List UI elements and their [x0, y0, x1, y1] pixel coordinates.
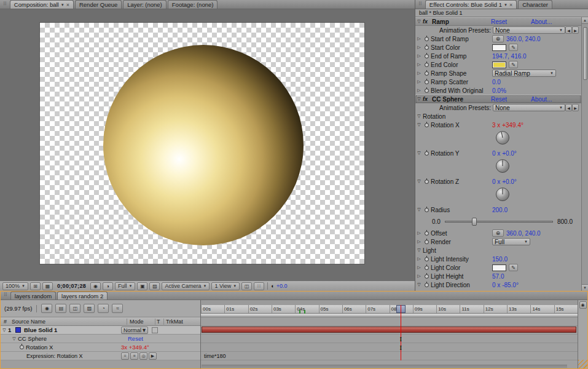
tab-render-queue[interactable]: Render Queue	[75, 0, 122, 9]
property-value[interactable]: 360.0, 240.0	[506, 230, 541, 237]
rotation-dial[interactable]	[495, 130, 510, 145]
tab-effect-controls[interactable]: Effect Controls: Blue Solid 1 ▼ ×	[425, 0, 517, 9]
exposure-value[interactable]: +0.0	[276, 283, 288, 289]
reset-link[interactable]: Reset	[128, 335, 143, 342]
stopwatch-icon[interactable]	[423, 151, 431, 156]
collapse-icon[interactable]: ▽	[415, 248, 423, 253]
keyframe-marker[interactable]	[304, 310, 305, 314]
expand-icon[interactable]: ▷	[415, 88, 423, 93]
animation-presets-select[interactable]: None ▼	[493, 104, 565, 111]
roi-button[interactable]: ▣	[137, 282, 147, 290]
collapse-icon[interactable]: ▽	[415, 122, 423, 127]
timeline-track-area[interactable]: 00s01s02s03s04s05s06s07s08s09s10s11s12s1…	[201, 300, 578, 368]
motion-blur-button[interactable]: ◔	[98, 304, 109, 313]
stopwatch-icon[interactable]	[423, 80, 431, 84]
radius-slider[interactable]	[445, 221, 553, 223]
expand-icon[interactable]: ▷	[415, 256, 423, 261]
tab-footage[interactable]: Footage: (none)	[168, 0, 218, 9]
close-icon[interactable]: ×	[509, 2, 512, 8]
blend-mode-select[interactable]: Normal ▼	[121, 327, 148, 334]
rotation-track-row[interactable]	[201, 343, 578, 352]
vertical-scrollbar[interactable]: ▲ ▼	[581, 17, 588, 291]
property-value[interactable]: 57.0	[492, 273, 504, 280]
color-swatch[interactable]	[492, 44, 506, 51]
show-channel-button[interactable]: ◑	[103, 282, 113, 290]
animation-presets-select[interactable]: None ▼	[493, 26, 565, 34]
eyedropper-button[interactable]: ✎	[509, 61, 518, 68]
panel-grip-icon[interactable]: ⠿	[1, 1, 9, 8]
stopwatch-icon[interactable]	[423, 180, 431, 184]
panel-menu-icon[interactable]: ▼	[61, 3, 65, 7]
scrollbar-thumb[interactable]	[583, 27, 587, 80]
layer-name[interactable]: Blue Solid 1	[24, 327, 121, 333]
collapse-icon[interactable]: ▽	[10, 336, 18, 341]
eyedropper-button[interactable]: ✎	[509, 264, 518, 271]
stopwatch-icon[interactable]	[18, 345, 26, 349]
grid-button[interactable]: ▦	[42, 282, 53, 290]
stopwatch-icon[interactable]	[423, 283, 431, 287]
collapse-icon[interactable]: ▽	[415, 114, 423, 119]
mask-visibility-button[interactable]: ◫	[241, 282, 252, 290]
collapse-icon[interactable]: ▽	[415, 179, 423, 184]
horizontal-scrollbar[interactable]	[202, 365, 567, 368]
draft-3d-button[interactable]: ▤	[55, 304, 66, 313]
shy-layers-button[interactable]: ◫	[69, 304, 80, 313]
expand-icon[interactable]: ▷	[415, 71, 423, 76]
expand-icon[interactable]: ▷	[415, 54, 423, 58]
stopwatch-icon[interactable]	[423, 240, 431, 244]
stopwatch-icon[interactable]	[423, 208, 431, 212]
expand-icon[interactable]: ▷	[415, 62, 423, 67]
group-row-light[interactable]: ▽ Light	[415, 246, 581, 255]
current-time-indicator-line[interactable]	[401, 305, 401, 360]
layer-bar-row[interactable]	[201, 326, 578, 335]
collapse-icon[interactable]: ▽	[415, 282, 423, 287]
tab-character[interactable]: Character	[518, 0, 552, 9]
previous-preset-button[interactable]: ◀	[565, 104, 572, 111]
property-value[interactable]: 0.0%	[492, 87, 506, 94]
expression-track-row[interactable]: time*180	[201, 352, 578, 360]
effect-name[interactable]: CC Sphere	[18, 335, 128, 342]
reset-link[interactable]: Reset	[491, 18, 531, 25]
property-value[interactable]: 194.7, 416.0	[492, 53, 527, 60]
stopwatch-icon[interactable]	[423, 231, 431, 236]
stopwatch-icon[interactable]	[423, 257, 431, 261]
preserve-transparency-toggle[interactable]	[152, 327, 158, 333]
layer-row[interactable]: ▽ 1 Blue Solid 1 Normal ▼	[1, 326, 200, 335]
stopwatch-icon[interactable]	[423, 46, 431, 50]
ramp-shape-select[interactable]: Radial Ramp ▼	[492, 69, 556, 77]
property-value[interactable]: 0 x -85.0°	[492, 282, 519, 288]
property-value[interactable]: 3 x +349.4°	[492, 122, 523, 129]
live-update-button[interactable]: ◉	[41, 304, 52, 313]
resize-grip[interactable]	[578, 360, 587, 368]
column-source-name[interactable]: Source Name	[12, 319, 127, 325]
panel-grip-icon[interactable]: ⠿	[2, 292, 9, 299]
expression-code[interactable]: time*180	[204, 353, 226, 359]
stopwatch-icon[interactable]	[423, 54, 431, 58]
frame-blend-button[interactable]: ▨	[84, 304, 95, 313]
tab-layer[interactable]: Layer: (none)	[123, 0, 167, 9]
point-picker-button[interactable]: ⊕	[492, 35, 504, 42]
collapse-icon[interactable]: ▽	[415, 97, 423, 101]
property-value[interactable]: 3x +349.4°	[121, 344, 149, 351]
snapshot-button[interactable]: ◉	[90, 282, 101, 290]
composition-view[interactable]	[39, 22, 365, 264]
color-swatch[interactable]	[492, 264, 506, 271]
about-link[interactable]: About...	[531, 18, 552, 25]
expand-icon[interactable]: ▷	[415, 239, 423, 244]
expand-icon[interactable]: ▷	[415, 36, 423, 41]
current-time-display[interactable]: 0;00;07;28	[55, 283, 88, 289]
expression-pickwhip-button[interactable]: ◎	[139, 352, 147, 360]
tab-layers-random[interactable]: layers random	[10, 292, 56, 300]
expand-icon[interactable]: ▷	[415, 265, 423, 270]
column-trkmat[interactable]: TrkMat	[163, 319, 200, 325]
property-value[interactable]: 0 x +0.0°	[492, 150, 517, 157]
reset-link[interactable]: Reset	[491, 96, 531, 103]
layer-color-chip[interactable]	[15, 327, 21, 333]
about-link[interactable]: About...	[531, 96, 552, 103]
property-value[interactable]: 200.0	[492, 207, 508, 213]
expand-icon[interactable]: ▷	[415, 274, 423, 279]
tab-composition[interactable]: Composition: ball ▼ ×	[10, 0, 74, 9]
panel-grip-icon[interactable]: ⠿	[417, 1, 424, 8]
expand-icon[interactable]: ▷	[415, 231, 423, 236]
expression-language-menu-button[interactable]: ▶	[149, 352, 157, 360]
